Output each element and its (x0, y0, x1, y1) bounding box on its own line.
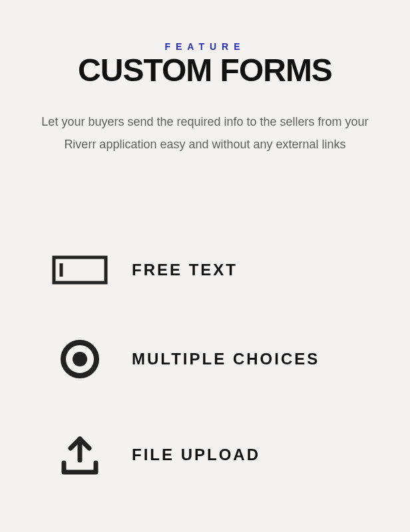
feature-label: FREE TEXT (132, 261, 238, 279)
page-title: CUSTOM FORMS (27, 55, 383, 86)
feature-label: FILE UPLOAD (132, 446, 260, 464)
svg-point-3 (73, 352, 87, 366)
text-input-icon (40, 255, 120, 285)
upload-icon (40, 434, 120, 476)
feature-free-text: FREE TEXT (40, 255, 383, 285)
page: FEATURE CUSTOM FORMS Let your buyers sen… (0, 0, 410, 476)
radio-button-icon (40, 339, 120, 379)
eyebrow-label: FEATURE (27, 41, 383, 52)
feature-list: FREE TEXT MULTIPLE CHOICES FILE UPLOAD (27, 255, 383, 476)
feature-file-upload: FILE UPLOAD (40, 434, 383, 476)
feature-label: MULTIPLE CHOICES (132, 350, 319, 368)
feature-multiple-choices: MULTIPLE CHOICES (40, 339, 383, 379)
page-description: Let your buyers send the required info t… (39, 110, 371, 156)
